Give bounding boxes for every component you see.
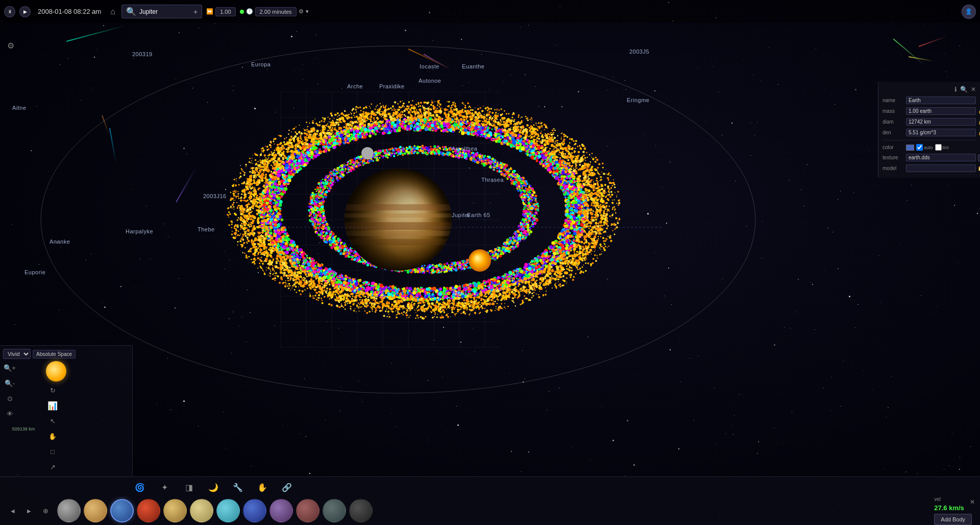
planet-selector-6[interactable] [216, 499, 240, 522]
sun-button[interactable] [46, 361, 66, 381]
add-body-button[interactable]: Add Body [934, 514, 972, 525]
stats-button[interactable]: 📊 [46, 399, 59, 412]
planet-selector-8[interactable] [270, 499, 293, 522]
search-bar[interactable]: 🔍 + [121, 5, 202, 18]
label-aitne: Aitne [12, 105, 27, 111]
planets-row: ✕ ◀ ▶ ⊕ vel 27.6 km/s Add Body [0, 494, 980, 525]
label-2003j16: 2003J16 [203, 193, 227, 199]
planet-selector-0[interactable] [57, 499, 81, 522]
diam-input[interactable] [906, 118, 976, 126]
orbit-button[interactable]: ↻ [46, 384, 59, 397]
planet-selector-5[interactable] [190, 499, 213, 522]
planet-selector-1[interactable] [84, 499, 107, 522]
planet-next-button[interactable]: ▶ [22, 504, 36, 517]
planet-selector-10[interactable] [323, 499, 346, 522]
stars-icon-btn[interactable]: ✦ [157, 480, 172, 494]
den-row: den 🔒 [883, 127, 976, 138]
user-button[interactable]: 👤 [962, 5, 976, 19]
tint-label: tint [943, 145, 949, 150]
share-button[interactable]: ↗ [46, 460, 59, 473]
tint-checkbox[interactable]: tint [935, 144, 949, 151]
eye-button[interactable]: 👁 [3, 407, 16, 420]
tint-check[interactable] [935, 144, 942, 151]
planet-selector-9[interactable] [296, 499, 320, 522]
mass-label: mass [883, 108, 904, 114]
vivid-dropdown[interactable]: Vivid [3, 349, 31, 359]
zoom-fit-button[interactable]: ⊙ [3, 392, 16, 405]
label-thebe: Thebe [198, 226, 215, 232]
auto-checkbox[interactable]: auto [916, 144, 933, 151]
den-input[interactable] [906, 129, 976, 136]
den-lock-icon[interactable]: 🔒 [978, 130, 980, 135]
planet-list [57, 499, 373, 522]
name-input[interactable] [906, 97, 976, 104]
mass-input[interactable] [906, 107, 976, 115]
auto-check[interactable] [916, 144, 923, 151]
label-thrasea: Thrasea [481, 177, 504, 183]
search-input[interactable] [139, 8, 190, 15]
galaxy-icon-btn[interactable]: 🌀 [133, 480, 147, 494]
planet-selector-3[interactable] [137, 499, 160, 522]
ring-canvas [0, 0, 980, 525]
label-earth65: Earth 65 [467, 212, 491, 218]
color-row: color auto tint [883, 142, 976, 152]
abs-space-button[interactable]: Absolute Space [33, 350, 76, 359]
settings-button[interactable]: ⚙ [7, 41, 19, 53]
mass-row: mass 🔒 [883, 106, 976, 116]
layers-icon-btn[interactable]: ◨ [182, 480, 196, 494]
play-button[interactable]: ▶ [19, 6, 31, 17]
planet-selector-11[interactable] [349, 499, 373, 522]
tool-icon-btn[interactable]: 🔧 [231, 480, 245, 494]
planet-prev-button[interactable]: ◀ [6, 504, 19, 517]
name-row: name [883, 95, 976, 106]
home-button[interactable]: ⌂ [108, 7, 117, 16]
texture-input[interactable] [906, 154, 976, 161]
zoom-out-button[interactable]: 🔍- [3, 376, 16, 390]
bottom-icons-row: 🌀 ✦ ◨ 🌙 🔧 ✋ 🔗 [0, 477, 980, 494]
select-button[interactable]: □ [46, 445, 59, 458]
label-eringme: Eringme [627, 97, 649, 103]
zoom-in-button[interactable]: 🔍+ [3, 361, 16, 374]
hand-tool-button[interactable]: ✋ [46, 429, 59, 443]
vel-label: vel [934, 496, 972, 502]
close-panel-button[interactable]: ✕ [968, 497, 977, 507]
label-amalthea: Amalthea [452, 146, 477, 152]
speed-value[interactable]: 1.00 [215, 7, 235, 16]
add-search-button[interactable]: + [193, 8, 198, 16]
time-control: 🕐 2.00 minutes ⚙ ▾ [240, 7, 309, 16]
clock-icon: 🕐 [246, 8, 253, 15]
random-button[interactable]: random [978, 154, 980, 161]
vel-value: 27.6 km/s [934, 504, 972, 512]
info-icon[interactable]: ℹ [954, 86, 957, 93]
auto-label: auto [924, 145, 933, 150]
label-autonoe: Autonoe [419, 78, 441, 84]
panel-search-icon[interactable]: 🔍 [960, 86, 968, 93]
color-swatch[interactable] [906, 145, 914, 151]
panel-close-icon[interactable]: ✕ [971, 86, 976, 93]
settings-icon-small[interactable]: ⚙ [299, 8, 304, 15]
hand-icon-btn[interactable]: ✋ [255, 480, 270, 494]
space-background [0, 0, 980, 525]
pause-button[interactable]: ⏸ [4, 6, 15, 17]
diam-lock-icon[interactable]: 🔒 [978, 119, 980, 125]
link-icon-btn[interactable]: 🔗 [280, 480, 294, 494]
planet-selector-4[interactable] [163, 499, 187, 522]
cursor-button[interactable]: ↖ [46, 414, 59, 427]
label-euporie: Euporie [24, 269, 45, 275]
top-toolbar: ⏸ ▶ 2008-01-08 08:22 am ⌂ 🔍 + ⏩ 1.00 🕐 2… [0, 0, 980, 23]
left-controls: 🔍+ 🔍- ⊙ 👁 509138 km ↻ 📊 ↖ ✋ □ ↗ [3, 361, 129, 473]
distance-display: 509138 km [3, 422, 44, 436]
model-input[interactable] [906, 164, 976, 172]
model-folder-icon[interactable]: 📁 [978, 165, 980, 171]
mass-lock-icon[interactable]: 🔒 [978, 108, 980, 114]
label-iocaste: Iocaste [420, 63, 439, 69]
down-arrow-icon[interactable]: ▾ [306, 8, 309, 15]
moon-phase-btn[interactable]: 🌙 [206, 480, 220, 494]
planet-selector-2[interactable] [110, 499, 134, 522]
time-value[interactable]: 2.00 minutes [255, 7, 297, 16]
model-label: model [883, 165, 904, 171]
target-icon-btn[interactable]: ⊕ [39, 504, 52, 517]
planet-selector-7[interactable] [243, 499, 266, 522]
label-europa: Europa [251, 61, 271, 67]
left-icon-column-1: 🔍+ 🔍- ⊙ 👁 509138 km [3, 361, 44, 473]
